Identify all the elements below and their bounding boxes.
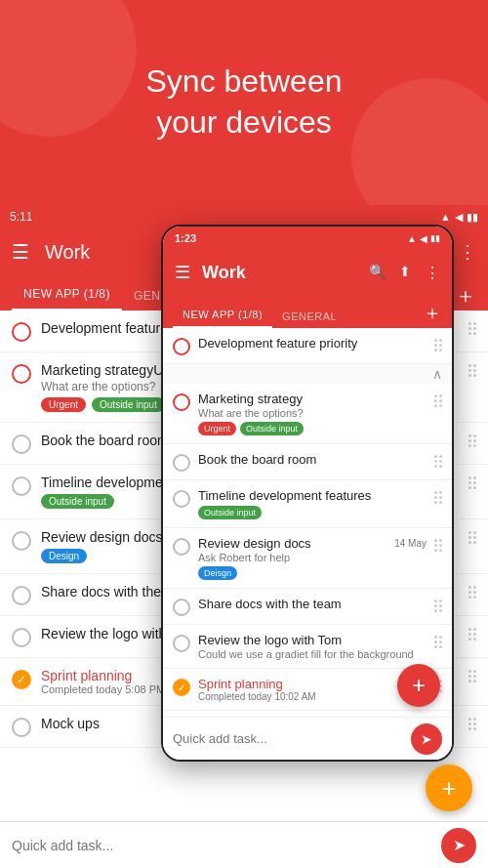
phone-task-title-sprint: Sprint planning <box>198 677 427 691</box>
phone-task-title: Timeline development features <box>198 488 427 503</box>
phone-task-checkbox[interactable] <box>173 538 190 556</box>
phone-task-content: Development feature priority <box>198 336 427 351</box>
phone-task-subtitle: Completed today 10:02 AM <box>198 691 427 702</box>
drag-handle[interactable] <box>434 394 442 407</box>
collapse-icon[interactable]: ∧ <box>432 366 442 382</box>
drag-handle[interactable] <box>468 362 476 377</box>
list-item: Development feature priority <box>163 328 452 364</box>
phone-task-content: Sprint planning Completed today 10:02 AM <box>198 677 427 702</box>
drag-handle[interactable] <box>434 636 442 648</box>
phone-task-subtitle: Could we use a gradiet fill for the back… <box>198 648 427 660</box>
phone-screen: 1:23 ▲◀▮▮ ☰ Work 🔍 ⬆ ⋮ NEW APP (1/8) GEN… <box>161 225 454 762</box>
list-item: Book the board room <box>163 444 452 480</box>
phone-status-icons: ▲◀▮▮ <box>407 233 440 244</box>
drag-handle[interactable] <box>468 716 476 730</box>
phone-send-button[interactable]: ➤ <box>411 723 442 755</box>
badge-design: Design <box>41 549 87 563</box>
phone-task-title: Book the board room <box>198 452 427 467</box>
phone-task-subtitle: What are the options? <box>198 407 427 419</box>
drag-handle[interactable] <box>468 433 476 447</box>
tablet-status-icons: ▲◀▮▮ <box>440 211 478 224</box>
hero-circle-left <box>0 0 137 137</box>
task-checkbox-checked[interactable] <box>12 670 31 689</box>
phone-share-icon[interactable]: ⬆ <box>399 264 411 282</box>
phone-task-content: Review design docs 14 May Ask Robert for… <box>198 536 427 580</box>
phone-task-content: Share docs with the team <box>198 597 427 611</box>
list-item: Review the logo with Tom Could we use a … <box>163 625 452 669</box>
phone-task-checkbox[interactable] <box>173 393 190 411</box>
phone-search-icon[interactable]: 🔍 <box>369 264 386 282</box>
drag-handle[interactable] <box>468 584 476 599</box>
drag-handle[interactable] <box>434 455 442 468</box>
badge-outside: Outside input <box>92 397 165 412</box>
phone-toolbar: ☰ Work 🔍 ⬆ ⋮ <box>163 250 452 295</box>
tablet-tab-newapp[interactable]: NEW APP (1/8) <box>12 279 122 310</box>
badge-outside: Outside input <box>240 422 304 435</box>
phone-task-checkbox-checked[interactable] <box>173 679 190 696</box>
phone-tab-newapp[interactable]: NEW APP (1/8) <box>173 303 272 328</box>
phone-task-content: Marketing strategy What are the options?… <box>198 392 427 435</box>
phone-task-date: 14 May <box>394 538 427 549</box>
drag-handle[interactable] <box>434 599 442 612</box>
phone-task-content: Book the board room <box>198 452 427 467</box>
task-checkbox[interactable] <box>12 434 31 454</box>
phone-task-title: Share docs with the team <box>198 597 427 611</box>
drag-handle[interactable] <box>434 491 442 504</box>
drag-handle[interactable] <box>468 668 476 682</box>
phone-tabs: NEW APP (1/8) GENERAL ＋ <box>163 295 452 328</box>
phone-tab-general[interactable]: GENERAL <box>272 305 346 328</box>
task-checkbox[interactable] <box>12 628 31 647</box>
drag-handle[interactable] <box>468 529 476 544</box>
phone-task-checkbox[interactable] <box>173 635 190 652</box>
phone-task-title: Review design docs <box>198 536 311 551</box>
drag-handle[interactable] <box>468 626 476 641</box>
phone-title: Work <box>202 263 357 283</box>
list-item: Share docs with the team <box>163 589 452 625</box>
phone-quick-add-input[interactable] <box>173 731 403 746</box>
task-checkbox[interactable] <box>12 364 31 384</box>
hero-circle-right <box>351 78 488 205</box>
phone-more-icon[interactable]: ⋮ <box>425 264 440 282</box>
badge-outside: Outside input <box>198 506 262 519</box>
drag-handle[interactable] <box>468 475 476 489</box>
phone-menu-icon[interactable]: ☰ <box>175 262 190 283</box>
task-checkbox[interactable] <box>12 718 31 737</box>
phone-task-checkbox[interactable] <box>173 599 190 616</box>
phone-task-title: Development feature priority <box>198 336 427 351</box>
list-item: Review design docs 14 May Ask Robert for… <box>163 528 452 589</box>
phone-task-content: Timeline development features Outside in… <box>198 488 427 519</box>
tablet-quick-add-input[interactable] <box>12 838 433 853</box>
tablet-fab[interactable]: + <box>426 765 472 811</box>
phone-task-checkbox[interactable] <box>173 338 190 355</box>
task-checkbox[interactable] <box>12 476 31 496</box>
phone-task-badges: Deisgn <box>198 566 427 580</box>
tablet-more-icon[interactable]: ⋮ <box>459 241 476 263</box>
tablet-quick-add-bar: ➤ <box>0 821 488 868</box>
drag-handle[interactable] <box>434 339 442 351</box>
badge-outside: Outside input <box>41 494 114 509</box>
task-checkbox[interactable] <box>12 586 31 605</box>
phone-tab-add[interactable]: ＋ <box>423 300 442 328</box>
phone-quick-add-bar: ➤ <box>163 717 452 760</box>
tablet-tab-add[interactable]: ＋ <box>455 285 476 310</box>
list-item: Timeline development features Outside in… <box>163 480 452 528</box>
phone-task-content: Review the logo with Tom Could we use a … <box>198 633 427 660</box>
task-checkbox[interactable] <box>12 322 31 342</box>
hero-section: Sync between your devices <box>0 0 488 205</box>
hero-title: Sync between your devices <box>145 62 342 143</box>
phone-task-title: Marketing strategy <box>198 392 427 406</box>
badge-urgent: Urgent <box>198 422 236 435</box>
phone-task-checkbox[interactable] <box>173 490 190 508</box>
tablet-send-button[interactable]: ➤ <box>441 828 476 863</box>
phone-task-subtitle: Ask Robert for help <box>198 552 427 563</box>
task-checkbox[interactable] <box>12 531 31 551</box>
tablet-menu-icon[interactable]: ☰ <box>12 240 29 264</box>
drag-handle[interactable] <box>434 539 442 552</box>
phone-fab[interactable]: + <box>397 664 440 707</box>
badge-urgent: Urgent <box>41 397 86 412</box>
phone-statusbar: 1:23 ▲◀▮▮ <box>163 227 452 250</box>
phone-task-checkbox[interactable] <box>173 454 190 472</box>
phone-time: 1:23 <box>175 232 196 244</box>
phone-action-icons: 🔍 ⬆ ⋮ <box>369 264 440 282</box>
drag-handle[interactable] <box>468 320 476 335</box>
